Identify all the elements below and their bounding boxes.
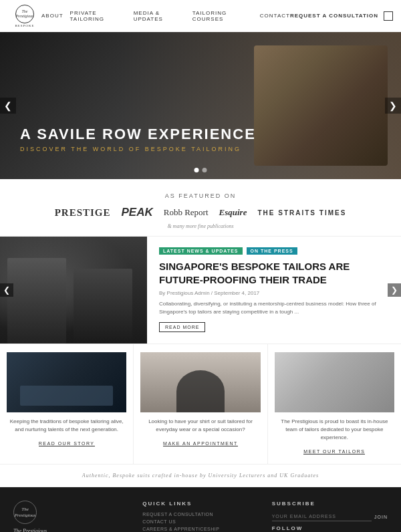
footer: ThePrestigious The Prestigiousbespoke 62…: [0, 487, 401, 532]
prestige-logo[interactable]: PRESTIGE: [55, 207, 111, 219]
footer-link-contact[interactable]: CONTACT US: [142, 519, 258, 524]
header: ThePrestigious bespoke ABOUT PRIVATE TAI…: [0, 0, 401, 32]
card-tailors-link[interactable]: MEET OUR TAILORS: [303, 449, 365, 454]
request-consultation-button[interactable]: REQUEST A CONSULTATION: [290, 13, 378, 19]
featured-more-text: & many more fine publications: [13, 223, 388, 229]
footer-follow-label: FOLLOW: [272, 525, 388, 531]
hero-dot-1[interactable]: [194, 168, 199, 172]
footer-join-button[interactable]: JOIN: [374, 515, 388, 519]
card-story-link[interactable]: READ OUR STORY: [39, 441, 95, 446]
news-prev-button[interactable]: ❮: [0, 283, 13, 297]
footer-subscribe-form: JOIN FOLLOW f ⊙: [272, 512, 388, 532]
footer-brand-col: ThePrestigious The Prestigiousbespoke 62…: [13, 501, 129, 532]
logo-tagline: bespoke: [15, 24, 34, 27]
news-section: ❮ LATEST NEWS & UPDATES ON THE PRESS SIN…: [0, 237, 401, 344]
card-story-image: [7, 352, 126, 412]
robb-report-logo[interactable]: Robb Report: [164, 207, 209, 218]
footer-logo: ThePrestigious The Prestigiousbespoke: [13, 501, 129, 532]
footer-email-row: JOIN: [272, 512, 388, 521]
main-nav: ABOUT PRIVATE TAILORING MEDIA & UPDATES …: [41, 10, 290, 22]
news-article-title[interactable]: SINGAPORE'S BESPOKE TAILORS ARE FUTURE-P…: [159, 260, 389, 286]
card-tailors: The Prestigious is proud to boast its in…: [268, 344, 401, 464]
footer-email-input[interactable]: [272, 512, 372, 521]
news-content: LATEST NEWS & UPDATES ON THE PRESS SINGA…: [147, 237, 401, 344]
footer-subscribe-title: SUBSCRIBE: [272, 501, 388, 507]
footer-subscribe-col: SUBSCRIBE JOIN FOLLOW f ⊙: [272, 501, 388, 532]
news-tag-press[interactable]: ON THE PRESS: [247, 247, 297, 255]
footer-logo-circle: ThePrestigious: [13, 501, 37, 524]
menu-icon[interactable]: [384, 11, 393, 21]
card-story: Keeping the traditions of bespoke tailor…: [0, 344, 134, 464]
card-appointment-image: [140, 352, 260, 412]
read-more-button[interactable]: Read More: [159, 322, 205, 332]
news-meta: By Prestigious Admin / September 4, 2017: [159, 290, 389, 296]
card-tailors-image: [275, 352, 394, 412]
card-story-photo: [7, 352, 126, 412]
hero-content: A SAVILE ROW EXPERIENCE DISCOVER THE WOR…: [20, 126, 256, 152]
card-appointment: Looking to have your shirt or suit tailo…: [134, 344, 267, 464]
peak-logo[interactable]: PEAK: [122, 206, 153, 219]
footer-links-list: REQUEST A CONSULTATION CONTACT US CAREER…: [142, 512, 258, 532]
nav-contact[interactable]: CONTACT: [260, 13, 290, 19]
hero-dots: [194, 168, 207, 172]
featured-section: AS FEATURED ON PRESTIGE PEAK Robb Report…: [0, 179, 401, 237]
hero-photo: [254, 45, 388, 166]
nav-media[interactable]: MEDIA & UPDATES: [134, 10, 186, 22]
featured-logos: PRESTIGE PEAK Robb Report Esquire THE ST…: [13, 206, 388, 219]
footer-links-title: QUICK LINKS: [142, 501, 258, 507]
tagline-text: Authentic, Bespoke suits crafted in-hous…: [13, 473, 388, 479]
logo[interactable]: ThePrestigious bespoke: [8, 5, 41, 27]
hero-dot-2[interactable]: [203, 168, 207, 172]
news-tag-updates[interactable]: LATEST NEWS & UPDATES: [159, 247, 243, 255]
news-figure-2: [74, 269, 132, 344]
news-next-button[interactable]: ❯: [388, 283, 401, 297]
news-excerpt: Collaborating, diversifying, or institut…: [159, 300, 389, 316]
nav-tailoring-courses[interactable]: TAILORING COURSES: [192, 10, 253, 22]
esquire-logo[interactable]: Esquire: [219, 207, 247, 218]
card-appointment-link[interactable]: MAKE AN APPOINTMENT: [163, 441, 238, 446]
news-figure-1: [7, 258, 66, 344]
logo-circle: ThePrestigious: [15, 5, 34, 23]
card-appointment-caption: Looking to have your shirt or suit tailo…: [140, 418, 260, 434]
featured-label: AS FEATURED ON: [13, 192, 388, 199]
footer-logo-name: The Prestigiousbespoke: [13, 528, 47, 532]
hero-title: A SAVILE ROW EXPERIENCE: [20, 126, 256, 143]
card-story-caption: Keeping the traditions of bespoke tailor…: [7, 418, 126, 434]
hero-prev-button[interactable]: ❮: [0, 98, 16, 114]
nav-private-tailoring[interactable]: PRIVATE TAILORING: [70, 10, 127, 22]
card-appointment-photo: [140, 352, 260, 412]
card-tailors-photo: [275, 352, 394, 412]
footer-link-careers[interactable]: CAREERS & APPRENTICESHIP: [142, 527, 258, 531]
footer-links-col: QUICK LINKS REQUEST A CONSULTATION CONTA…: [142, 501, 258, 532]
card-tailors-caption: The Prestigious is proud to boast its in…: [275, 418, 394, 442]
nav-about[interactable]: ABOUT: [41, 13, 63, 19]
cards-section: Keeping the traditions of bespoke tailor…: [0, 344, 401, 464]
news-image: [0, 237, 147, 344]
hero-subtitle: DISCOVER THE WORLD OF BESPOKE TAILORING: [20, 146, 256, 152]
footer-link-consultation[interactable]: REQUEST A CONSULTATION: [142, 512, 258, 517]
hero-section: A SAVILE ROW EXPERIENCE DISCOVER THE WOR…: [0, 32, 401, 179]
news-tags: LATEST NEWS & UPDATES ON THE PRESS: [159, 247, 389, 255]
hero-next-button[interactable]: ❯: [385, 98, 401, 114]
straits-times-logo[interactable]: THE STRAITS TIMES: [257, 209, 346, 217]
tagline-section: Authentic, Bespoke suits crafted in-hous…: [0, 464, 401, 487]
